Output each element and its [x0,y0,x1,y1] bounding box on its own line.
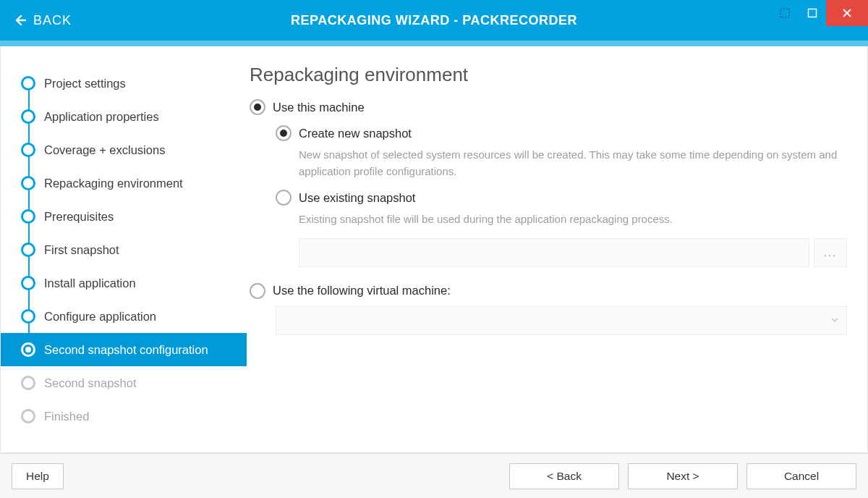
radio-icon [250,99,265,115]
use-existing-snapshot-desc: Existing snapshot file will be used duri… [299,211,847,228]
step-label: Second snapshot configuration [44,343,208,357]
wizard-back-button[interactable]: < Back [509,463,619,489]
minimize-to-tray-button[interactable] [771,0,799,26]
step-label: Project settings [44,77,126,90]
use-existing-snapshot-label: Use existing snapshot [299,191,415,205]
create-new-snapshot-desc: New snapshot of selected system resource… [299,147,847,180]
use-virtual-machine-label: Use the following virtual machine: [273,284,451,297]
step-bullet-icon [21,109,35,124]
body-area: Project settingsApplication propertiesCo… [0,46,868,453]
wizard-step[interactable]: First snapshot [1,233,247,266]
window-controls [771,0,868,26]
browse-button[interactable]: ... [814,238,847,267]
back-button[interactable]: BACK [0,13,72,28]
wizard-next-button[interactable]: Next > [628,463,738,489]
virtual-machine-select[interactable] [276,306,847,335]
step-bullet-icon [21,242,35,257]
step-label: Finished [44,410,89,423]
step-bullet-icon [21,409,35,423]
create-new-snapshot-label: Create new snapshot [299,127,412,140]
create-new-snapshot-option[interactable]: Create new snapshot [276,125,847,141]
step-label: Repackaging environment [44,177,183,190]
wizard-step[interactable]: Configure application [1,300,247,333]
radio-icon [276,190,292,206]
footer: Help < Back Next > Cancel [0,453,868,498]
step-label: Second snapshot [44,376,137,390]
wizard-step: Second snapshot [1,366,247,400]
maximize-button[interactable] [799,0,826,26]
close-button[interactable] [826,0,868,26]
use-existing-snapshot-option[interactable]: Use existing snapshot [276,190,847,206]
radio-icon [250,283,265,299]
snapshot-path-input[interactable] [299,238,809,267]
wizard-step[interactable]: Prerequisites [1,200,247,233]
use-virtual-machine-option[interactable]: Use the following virtual machine: [250,283,847,299]
radio-icon [276,125,292,141]
window-title: REPACKAGING WIZARD - PACKRECORDER [291,13,577,28]
wizard-cancel-button[interactable]: Cancel [746,463,856,489]
step-label: Coverage + exclusions [44,143,165,157]
use-this-machine-option[interactable]: Use this machine [250,99,847,115]
wizard-step: Finished [1,400,247,433]
step-label: Application properties [44,110,159,124]
wizard-step[interactable]: Project settings [1,67,247,100]
back-label: BACK [33,13,72,28]
wizard-step[interactable]: Coverage + exclusions [1,133,247,166]
titlebar: BACK REPACKAGING WIZARD - PACKRECORDER [0,0,868,41]
wizard-step[interactable]: Application properties [1,100,247,133]
help-button[interactable]: Help [12,463,64,489]
accent-bar [0,41,868,46]
wizard-step[interactable]: Second snapshot configuration [1,333,247,366]
step-label: Prerequisites [44,210,114,224]
step-bullet-icon [21,76,35,90]
back-arrow-icon [13,14,26,27]
page-heading: Repackaging environment [250,64,847,86]
svg-rect-0 [780,9,789,17]
step-bullet-icon [21,143,35,157]
svg-rect-1 [809,9,817,17]
step-bullet-icon [21,176,35,190]
step-bullet-icon [21,342,35,357]
step-bullet-icon [21,209,35,224]
step-label: Install application [44,277,136,290]
use-this-machine-label: Use this machine [273,101,365,114]
main-content: Repackaging environment Use this machine… [247,46,867,452]
step-bullet-icon [21,309,35,324]
chevron-down-icon [830,314,839,326]
step-label: Configure application [44,310,156,324]
wizard-steps-sidebar: Project settingsApplication propertiesCo… [1,46,247,452]
wizard-step[interactable]: Install application [1,266,247,300]
step-bullet-icon [21,376,35,390]
wizard-step[interactable]: Repackaging environment [1,166,247,200]
step-bullet-icon [21,276,35,290]
step-label: First snapshot [44,243,119,257]
